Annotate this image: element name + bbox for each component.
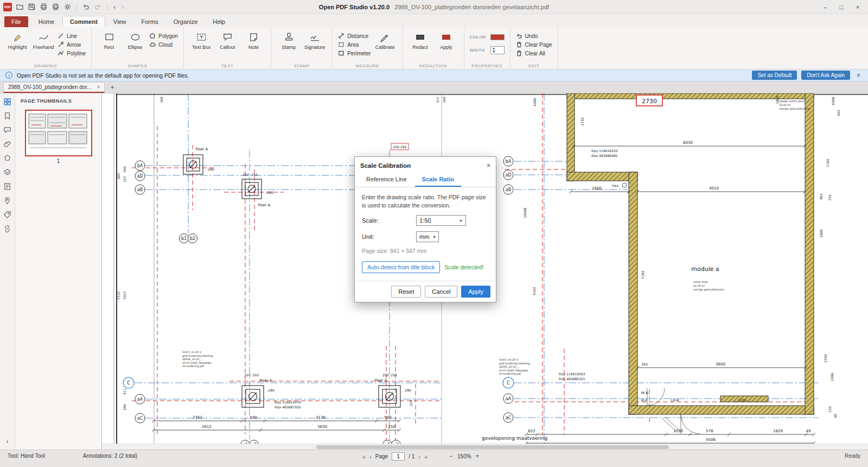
drawing-note: 10-07-2025_Palenplan: [499, 369, 528, 373]
zoom-out-button[interactable]: −: [449, 452, 453, 460]
previous-page-button[interactable]: ‹: [369, 453, 372, 460]
close-tab-icon[interactable]: ×: [97, 84, 100, 90]
calibrate-button[interactable]: Calibrate: [373, 29, 397, 62]
signature-button[interactable]: Signature: [303, 29, 327, 62]
redact-icon: [414, 31, 426, 43]
dialog-description: Enter the drawing scale ratio. The PDF p…: [362, 193, 489, 209]
grid-bubble: aD: [505, 173, 511, 178]
clear-page-button[interactable]: Clear Page: [516, 41, 552, 48]
redact-button[interactable]: Redact: [409, 29, 432, 62]
horizontal-scrollbar[interactable]: [102, 444, 868, 450]
scale-label: Scale:: [362, 217, 416, 224]
print-setup-icon[interactable]: [52, 3, 60, 11]
reset-button[interactable]: Reset: [391, 286, 421, 298]
arrow-button[interactable]: Arrow: [58, 41, 86, 48]
dim-label: 5037: [123, 291, 126, 299]
tab-view[interactable]: View: [106, 16, 133, 27]
tab-organize[interactable]: Organize: [167, 16, 205, 27]
ribbon-tabs: File Home Comment View Forms Organize He…: [0, 14, 868, 27]
settings-icon[interactable]: [63, 3, 72, 11]
auto-detect-button[interactable]: Auto-detect from title block: [362, 261, 440, 273]
document-tab[interactable]: 2988_OV-100_plattegronden dor... ×: [3, 82, 105, 93]
stamps-icon[interactable]: [3, 154, 11, 162]
rect-button[interactable]: Rect: [97, 29, 121, 62]
destinations-icon[interactable]: [3, 197, 11, 205]
save-icon[interactable]: [28, 3, 36, 11]
collapse-sidebar-icon[interactable]: ‹: [6, 437, 8, 445]
unit-value: mm: [419, 234, 429, 240]
first-page-button[interactable]: «: [362, 453, 366, 460]
apply-button[interactable]: Apply: [461, 286, 490, 298]
page-label: Page: [375, 453, 388, 459]
open-file-icon[interactable]: [16, 3, 24, 11]
callout-button[interactable]: Callout: [215, 29, 239, 62]
cloud-button[interactable]: Cloud: [149, 41, 178, 48]
maximize-icon[interactable]: □: [834, 2, 848, 12]
freehand-button[interactable]: Freehand: [31, 29, 55, 62]
ellipse-button[interactable]: Ellipse: [123, 29, 147, 62]
tab-file[interactable]: File: [4, 16, 28, 27]
minimize-icon[interactable]: –: [818, 2, 832, 12]
ribbon-group-redaction: Redact Apply REDACTION: [403, 27, 464, 69]
forward-icon[interactable]: ›: [120, 3, 125, 11]
area-button[interactable]: Area: [338, 41, 371, 48]
page-thumbnail[interactable]: [25, 110, 92, 156]
redo-icon[interactable]: [94, 3, 102, 11]
polygon-button[interactable]: Polygon: [149, 33, 178, 39]
tab-home[interactable]: Home: [31, 16, 61, 27]
tab-reference-line[interactable]: Reference Line: [359, 173, 414, 187]
room-note: overige gebruiksfunctie: [779, 108, 810, 110]
scrollbar-thumb[interactable]: [316, 445, 669, 449]
last-page-button[interactable]: »: [424, 453, 427, 460]
polygon-icon: [149, 33, 156, 39]
perimeter-button[interactable]: Perimeter: [338, 50, 371, 56]
new-tab-button[interactable]: +: [105, 83, 120, 93]
text-box-button[interactable]: Text Box: [189, 29, 213, 62]
unit-select[interactable]: mm ▼: [416, 231, 439, 242]
tab-forms[interactable]: Forms: [134, 16, 165, 27]
document-canvas[interactable]: Poer A Poer A Poer A Poer A -280 -280 -2…: [102, 93, 868, 450]
document-tab-label: 2988_OV-100_plattegronden dor...: [8, 84, 91, 90]
tab-comment[interactable]: Comment: [62, 16, 105, 27]
trash-icon: [516, 50, 522, 56]
layers-icon[interactable]: [3, 168, 11, 176]
form-fields-icon[interactable]: [3, 182, 11, 191]
scale-select[interactable]: 1:50 ▼: [416, 215, 466, 226]
print-icon[interactable]: [40, 3, 48, 11]
comments-icon[interactable]: [3, 126, 11, 134]
tab-help[interactable]: Help: [206, 16, 232, 27]
back-icon[interactable]: ‹: [112, 3, 117, 11]
links-icon[interactable]: [3, 225, 11, 233]
room-note: 22.05 m²: [693, 285, 705, 287]
highlight-button[interactable]: Highlight: [5, 29, 29, 62]
clear-all-button[interactable]: Clear All: [516, 50, 552, 56]
rect-icon: [104, 31, 115, 43]
dim-label: 1829: [773, 429, 783, 433]
bookmarks-icon[interactable]: [3, 112, 11, 120]
dismiss-notification-icon[interactable]: ×: [854, 72, 863, 79]
stamp-button[interactable]: Stamp: [277, 29, 301, 62]
undo-annotation-button[interactable]: Undo: [516, 33, 552, 39]
polyline-button[interactable]: Polyline: [58, 50, 86, 56]
cancel-button[interactable]: Cancel: [425, 286, 457, 298]
color-swatch[interactable]: [490, 34, 505, 40]
note-button[interactable]: Note: [241, 29, 265, 62]
page-number-input[interactable]: [392, 452, 405, 460]
undo-icon[interactable]: [82, 3, 90, 11]
distance-button[interactable]: Distance: [338, 33, 371, 39]
dont-ask-again-button[interactable]: Don't Ask Again: [801, 71, 850, 80]
line-button[interactable]: Line: [58, 33, 86, 39]
set-as-default-button[interactable]: Set as Default: [752, 71, 797, 80]
apply-redaction-button[interactable]: Apply: [435, 29, 458, 62]
thumbnails-panel-icon[interactable]: [3, 98, 11, 106]
tab-scale-ratio[interactable]: Scale Ratio: [415, 173, 461, 187]
attachments-icon[interactable]: [3, 140, 11, 148]
tags-icon[interactable]: [3, 211, 11, 219]
scale-calibration-dialog: Scale Calibration × Reference Line Scale…: [354, 156, 496, 302]
close-icon[interactable]: ×: [851, 2, 865, 12]
button-label: Polyline: [67, 51, 86, 56]
zoom-in-button[interactable]: +: [476, 452, 480, 460]
dialog-close-icon[interactable]: ×: [487, 162, 490, 169]
next-page-button[interactable]: ›: [418, 453, 420, 460]
width-input[interactable]: [490, 46, 505, 54]
